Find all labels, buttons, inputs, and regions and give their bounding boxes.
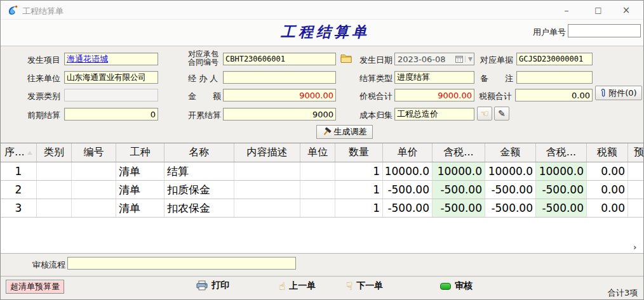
print-button[interactable]: 打印 — [196, 280, 229, 291]
folder-browse-icon[interactable] — [340, 53, 352, 63]
table-cell[interactable] — [37, 162, 72, 180]
table-cell[interactable]: 扣农保金 — [164, 199, 234, 217]
table-cell[interactable] — [300, 162, 335, 180]
counterparty-input[interactable] — [64, 71, 158, 84]
maximize-button[interactable]: □ — [587, 1, 609, 20]
contract-no-input[interactable] — [223, 53, 336, 65]
accum-settle-input[interactable] — [223, 108, 336, 121]
tax-incl-total-input[interactable] — [394, 89, 474, 101]
table-cell[interactable]: -500.00 — [433, 181, 485, 199]
table-cell[interactable]: -500.00 — [485, 181, 536, 199]
handler-input[interactable] — [223, 71, 336, 84]
project-input[interactable] — [64, 53, 158, 65]
table-cell[interactable]: 清单 — [116, 162, 164, 180]
table-cell[interactable] — [300, 199, 335, 217]
attachment-button[interactable]: 附件(0) — [595, 86, 642, 100]
over-budget-button[interactable]: 超清单预算量 — [6, 280, 64, 294]
window-title: 工程结算单 — [22, 6, 64, 17]
table-cell[interactable]: 结算 — [164, 162, 234, 180]
table-cell[interactable] — [72, 181, 116, 199]
table-cell[interactable]: 2 — [1, 181, 37, 199]
remark-input[interactable] — [516, 71, 593, 84]
scroll-right-arrow[interactable]: › — [633, 242, 636, 252]
grid-header-cell[interactable]: 名称 — [164, 143, 234, 162]
table-cell[interactable]: 清单 — [116, 199, 164, 217]
invoice-type-input[interactable] — [64, 89, 158, 101]
accum-settle-label: 开累结算 — [188, 110, 221, 121]
table-cell[interactable]: 10000.0 — [383, 162, 433, 180]
tax-total-input[interactable] — [515, 89, 593, 101]
amount-input[interactable] — [223, 89, 336, 101]
table-cell[interactable]: 1 — [335, 199, 383, 217]
grid-header-cell[interactable]: 类别 — [37, 143, 72, 162]
prev-settle-label: 前期结算 — [27, 110, 60, 121]
doc-no-input[interactable] — [516, 53, 593, 65]
hammer-icon — [323, 127, 332, 136]
table-cell[interactable]: 10000.0 — [485, 162, 536, 180]
grid-header-cell[interactable]: 预 — [628, 143, 644, 162]
cost-edit-button[interactable]: ✎ — [494, 107, 509, 121]
minimize-button[interactable]: – — [556, 1, 577, 20]
settle-type-input[interactable] — [394, 71, 474, 84]
cost-collect-input[interactable] — [394, 108, 474, 121]
table-cell[interactable] — [628, 181, 644, 199]
table-cell[interactable]: -500.00 — [433, 199, 485, 217]
next-doc-button[interactable]: ☟ 下一单 — [346, 280, 383, 292]
table-cell[interactable] — [72, 199, 116, 217]
table-cell[interactable]: 扣质保金 — [164, 181, 234, 199]
user-no-input[interactable] — [568, 24, 641, 37]
table-cell[interactable]: 0.00 — [587, 181, 628, 199]
generate-adjust-button[interactable]: 生成调差 — [316, 125, 373, 139]
footer-band — [1, 276, 643, 300]
grid-header-cell[interactable]: 含税... — [433, 143, 485, 162]
calendar-icon — [455, 55, 463, 63]
date-picker[interactable]: 2023-06-08 ▼ — [394, 53, 474, 65]
grid-header-cell[interactable]: 编号 — [72, 143, 116, 162]
grid-header-cell[interactable]: 单位 — [300, 143, 335, 162]
grid-header-cell[interactable]: 序... — [1, 143, 37, 162]
table-cell[interactable]: 清单 — [116, 181, 164, 199]
table-cell[interactable] — [72, 162, 116, 180]
table-cell[interactable]: 1 — [1, 162, 37, 180]
counterparty-label: 往来单位 — [27, 73, 60, 84]
table-cell[interactable] — [234, 181, 300, 199]
table-cell[interactable] — [37, 181, 72, 199]
close-button[interactable]: × — [615, 1, 637, 20]
table-cell[interactable]: 1 — [335, 181, 383, 199]
audit-button[interactable]: 审核 — [440, 280, 473, 292]
table-cell[interactable]: 3 — [1, 199, 37, 217]
cost-select-button[interactable]: ☜ — [477, 107, 492, 121]
table-cell[interactable]: -500.00 — [485, 199, 536, 217]
table-cell[interactable]: 1 — [335, 162, 383, 180]
table-cell[interactable]: 10000.0 — [433, 162, 485, 180]
grid-header-cell[interactable]: 金额 — [485, 143, 536, 162]
prev-doc-button[interactable]: ☝ 上一单 — [279, 280, 316, 292]
hand-up-icon: ☝ — [279, 280, 285, 292]
prev-settle-input[interactable] — [64, 108, 158, 121]
table-cell[interactable] — [628, 162, 644, 180]
table-cell[interactable]: -500.00 — [383, 181, 433, 199]
grid-header-cell[interactable]: 单价 — [383, 143, 433, 162]
cost-collect-label: 成本归集 — [359, 110, 392, 121]
table-cell[interactable]: 0.00 — [587, 199, 628, 217]
grid-header-cell[interactable]: 含税... — [536, 143, 587, 162]
table-cell[interactable]: -500.00 — [536, 181, 587, 199]
grid-header-cell[interactable]: 税额 — [587, 143, 628, 162]
table-cell[interactable] — [628, 199, 644, 217]
grid-header-cell[interactable]: 内容描述 — [234, 143, 300, 162]
table-cell[interactable] — [37, 199, 72, 217]
table-cell[interactable]: 10000.0 — [536, 162, 587, 180]
review-flow-input[interactable] — [67, 257, 296, 270]
app-icon — [7, 4, 18, 16]
table-cell[interactable]: 0.00 — [587, 162, 628, 180]
table-cell[interactable] — [234, 199, 300, 217]
dropdown-arrow-icon: ▼ — [465, 56, 473, 62]
grid-header-cell[interactable]: 工种 — [116, 143, 164, 162]
doc-no-label: 对应单据 — [480, 55, 513, 66]
table-cell[interactable] — [300, 181, 335, 199]
table-cell[interactable] — [234, 162, 300, 180]
table-cell[interactable]: -500.00 — [536, 199, 587, 217]
table-cell[interactable]: -500.00 — [383, 199, 433, 217]
grid-header-cell[interactable]: 数量 — [335, 143, 383, 162]
user-no-label: 用户单号 — [533, 27, 566, 38]
